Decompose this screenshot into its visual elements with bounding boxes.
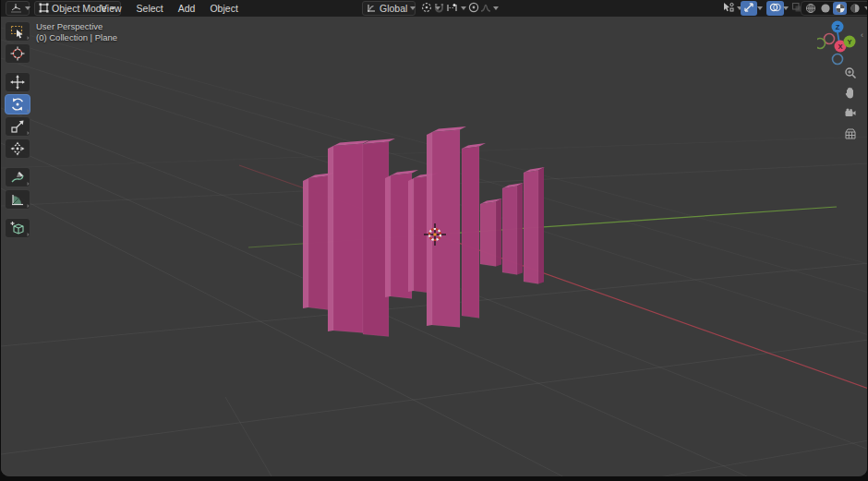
orientation-caret [410,6,416,10]
viewport-3d-scene[interactable] [1,0,867,476]
hand-icon [844,87,857,103]
magnifier-icon [844,66,857,83]
svg-text:X: X [838,42,842,51]
falloff-caret [493,6,499,10]
orientation-selector[interactable]: Global [362,1,416,16]
shading-rendered[interactable] [848,2,862,15]
shading-material-preview[interactable] [833,2,847,15]
tool-transform[interactable] [5,138,30,159]
tool-annotate[interactable] [5,167,30,187]
tool-shelf [5,21,30,240]
viewport-nav-buttons [842,66,859,144]
ortho-grid-icon [844,127,857,144]
viewport-header: Object Mode ViewSelectAddObject Global [1,0,867,17]
view-perspective-label: User Perspective [36,21,117,32]
gizmos-caret [757,6,763,10]
zoom-viewport-button[interactable] [842,66,859,83]
transform-orientation-icon [367,0,377,17]
window-edge [0,477,868,481]
menu-object[interactable]: Object [202,0,245,17]
snap-increment-icon [446,0,458,17]
blender-window: Object Mode ViewSelectAddObject Global [0,0,868,481]
tool-add-cube[interactable] [5,218,30,238]
shading-solid[interactable] [818,2,832,15]
show-gizmos-toggle[interactable] [741,1,757,16]
tool-scale[interactable] [5,116,30,137]
shading-caret [864,6,867,10]
falloff-curve-icon [480,0,491,17]
tool-measure[interactable] [5,189,30,210]
shading-mode-group [801,1,867,16]
tool-cursor[interactable] [5,43,30,64]
tool-rotate[interactable] [5,94,30,114]
camera-icon [844,107,857,124]
active-object-label: (0) Collection | Plane [36,32,117,43]
falloff-selector[interactable] [477,1,501,16]
pan-viewport-button[interactable] [842,87,859,103]
show-overlays-toggle[interactable] [766,1,784,16]
viewport-info-text: User Perspective (0) Collection | Plane [36,21,117,43]
menu-view[interactable]: View [93,0,129,17]
toggle-ortho-button[interactable] [842,127,859,144]
camera-view-button[interactable] [842,107,859,124]
header-menus: ViewSelectAddObject [93,0,246,17]
svg-text:Y: Y [847,38,851,46]
object-type-visibility-icon [722,0,734,17]
show-overlays-icon [769,0,781,17]
orientation-label: Global [380,1,407,16]
navigation-gizmo[interactable]: ZXY [817,18,860,66]
menu-add[interactable]: Add [171,0,203,17]
editor-type-caret [25,6,30,10]
show-gizmos-icon [743,0,754,17]
sidebar-toggle[interactable]: ‹ [861,28,867,42]
object-mode-icon [39,0,49,17]
editor-type-button[interactable] [6,1,30,16]
viewport-editor-area: Object Mode ViewSelectAddObject Global [1,0,867,476]
svg-text:Z: Z [836,23,840,31]
tool-move[interactable] [5,72,30,92]
viewport-editor-icon [10,0,22,17]
shading-wireframe[interactable] [803,2,817,15]
tool-select-box[interactable] [5,21,30,42]
menu-select[interactable]: Select [129,0,171,17]
